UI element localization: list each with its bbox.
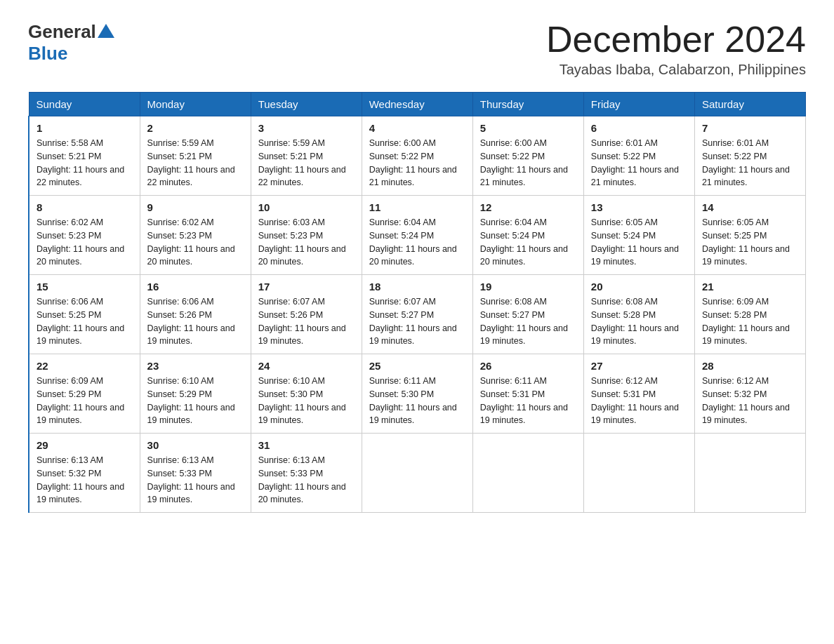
header-wednesday: Wednesday <box>362 93 472 116</box>
day-info: Sunrise: 6:07 AMSunset: 5:26 PMDaylight:… <box>258 295 355 348</box>
header-thursday: Thursday <box>472 93 583 116</box>
logo-blue-text: Blue <box>28 43 67 64</box>
calendar-cell: 6 Sunrise: 6:01 AMSunset: 5:22 PMDayligh… <box>583 116 694 196</box>
day-number: 28 <box>702 360 798 372</box>
calendar-cell: 29 Sunrise: 6:13 AMSunset: 5:32 PMDaylig… <box>29 434 140 513</box>
day-number: 30 <box>147 439 244 451</box>
calendar-cell: 20 Sunrise: 6:08 AMSunset: 5:28 PMDaylig… <box>583 275 694 354</box>
day-number: 23 <box>147 360 244 372</box>
calendar-cell: 3 Sunrise: 5:59 AMSunset: 5:21 PMDayligh… <box>251 116 362 196</box>
calendar-cell: 28 Sunrise: 6:12 AMSunset: 5:32 PMDaylig… <box>694 354 805 434</box>
day-info: Sunrise: 6:08 AMSunset: 5:27 PMDaylight:… <box>480 295 576 348</box>
day-number: 12 <box>480 201 576 213</box>
day-number: 25 <box>369 360 465 372</box>
calendar-cell: 18 Sunrise: 6:07 AMSunset: 5:27 PMDaylig… <box>362 275 472 354</box>
day-number: 1 <box>37 122 133 134</box>
day-number: 2 <box>147 122 244 134</box>
day-info: Sunrise: 6:02 AMSunset: 5:23 PMDaylight:… <box>147 216 244 269</box>
logo: General Blue <box>28 21 116 65</box>
day-number: 20 <box>591 281 687 293</box>
calendar-cell: 10 Sunrise: 6:03 AMSunset: 5:23 PMDaylig… <box>251 196 362 275</box>
calendar-cell: 12 Sunrise: 6:04 AMSunset: 5:24 PMDaylig… <box>472 196 583 275</box>
calendar-cell <box>583 434 694 513</box>
calendar-cell: 16 Sunrise: 6:06 AMSunset: 5:26 PMDaylig… <box>140 275 251 354</box>
calendar-cell: 2 Sunrise: 5:59 AMSunset: 5:21 PMDayligh… <box>140 116 251 196</box>
location-title: Tayabas Ibaba, Calabarzon, Philippines <box>546 62 806 78</box>
calendar-cell: 5 Sunrise: 6:00 AMSunset: 5:22 PMDayligh… <box>472 116 583 196</box>
calendar-cell: 22 Sunrise: 6:09 AMSunset: 5:29 PMDaylig… <box>29 354 140 434</box>
calendar-week-row: 22 Sunrise: 6:09 AMSunset: 5:29 PMDaylig… <box>29 354 806 434</box>
calendar-week-row: 15 Sunrise: 6:06 AMSunset: 5:25 PMDaylig… <box>29 275 806 354</box>
day-number: 22 <box>37 360 133 372</box>
day-info: Sunrise: 5:59 AMSunset: 5:21 PMDaylight:… <box>147 137 244 189</box>
page-header: General Blue December 2024 Tayabas Ibaba… <box>28 21 806 78</box>
header-tuesday: Tuesday <box>251 93 362 116</box>
day-info: Sunrise: 6:01 AMSunset: 5:22 PMDaylight:… <box>591 137 687 189</box>
day-info: Sunrise: 6:06 AMSunset: 5:26 PMDaylight:… <box>147 295 244 348</box>
calendar-cell <box>694 434 805 513</box>
calendar-cell: 11 Sunrise: 6:04 AMSunset: 5:24 PMDaylig… <box>362 196 472 275</box>
calendar-cell <box>472 434 583 513</box>
calendar-cell: 14 Sunrise: 6:05 AMSunset: 5:25 PMDaylig… <box>694 196 805 275</box>
day-number: 14 <box>702 201 798 213</box>
calendar-cell: 31 Sunrise: 6:13 AMSunset: 5:33 PMDaylig… <box>251 434 362 513</box>
calendar-cell: 8 Sunrise: 6:02 AMSunset: 5:23 PMDayligh… <box>29 196 140 275</box>
day-info: Sunrise: 6:04 AMSunset: 5:24 PMDaylight:… <box>369 216 465 269</box>
month-title: December 2024 <box>546 21 806 58</box>
calendar-cell: 24 Sunrise: 6:10 AMSunset: 5:30 PMDaylig… <box>251 354 362 434</box>
calendar-cell: 26 Sunrise: 6:11 AMSunset: 5:31 PMDaylig… <box>472 354 583 434</box>
day-number: 24 <box>258 360 355 372</box>
day-info: Sunrise: 6:01 AMSunset: 5:22 PMDaylight:… <box>702 137 798 189</box>
logo-general-text: General <box>28 21 96 43</box>
day-info: Sunrise: 6:10 AMSunset: 5:30 PMDaylight:… <box>258 375 355 427</box>
day-number: 3 <box>258 122 355 134</box>
day-number: 19 <box>480 281 576 293</box>
calendar-cell: 27 Sunrise: 6:12 AMSunset: 5:31 PMDaylig… <box>583 354 694 434</box>
calendar-cell: 7 Sunrise: 6:01 AMSunset: 5:22 PMDayligh… <box>694 116 805 196</box>
day-info: Sunrise: 6:12 AMSunset: 5:31 PMDaylight:… <box>591 375 687 427</box>
calendar-cell: 9 Sunrise: 6:02 AMSunset: 5:23 PMDayligh… <box>140 196 251 275</box>
day-info: Sunrise: 6:04 AMSunset: 5:24 PMDaylight:… <box>480 216 576 269</box>
day-info: Sunrise: 6:09 AMSunset: 5:29 PMDaylight:… <box>37 375 133 427</box>
calendar-header-row: SundayMondayTuesdayWednesdayThursdayFrid… <box>29 93 806 116</box>
day-number: 4 <box>369 122 465 134</box>
calendar-cell: 4 Sunrise: 6:00 AMSunset: 5:22 PMDayligh… <box>362 116 472 196</box>
calendar-cell: 13 Sunrise: 6:05 AMSunset: 5:24 PMDaylig… <box>583 196 694 275</box>
day-number: 27 <box>591 360 687 372</box>
day-info: Sunrise: 6:06 AMSunset: 5:25 PMDaylight:… <box>37 295 133 348</box>
day-number: 29 <box>37 439 133 451</box>
day-info: Sunrise: 6:10 AMSunset: 5:29 PMDaylight:… <box>147 375 244 427</box>
day-number: 21 <box>702 281 798 293</box>
day-number: 5 <box>480 122 576 134</box>
calendar-table: SundayMondayTuesdayWednesdayThursdayFrid… <box>28 92 806 513</box>
day-number: 6 <box>591 122 687 134</box>
calendar-week-row: 1 Sunrise: 5:58 AMSunset: 5:21 PMDayligh… <box>29 116 806 196</box>
logo-triangle-icon <box>98 24 114 38</box>
day-info: Sunrise: 6:13 AMSunset: 5:33 PMDaylight:… <box>258 454 355 507</box>
title-section: December 2024 Tayabas Ibaba, Calabarzon,… <box>546 21 806 78</box>
day-info: Sunrise: 5:58 AMSunset: 5:21 PMDaylight:… <box>37 137 133 189</box>
day-info: Sunrise: 6:00 AMSunset: 5:22 PMDaylight:… <box>480 137 576 189</box>
calendar-cell: 25 Sunrise: 6:11 AMSunset: 5:30 PMDaylig… <box>362 354 472 434</box>
day-info: Sunrise: 6:11 AMSunset: 5:31 PMDaylight:… <box>480 375 576 427</box>
calendar-cell: 21 Sunrise: 6:09 AMSunset: 5:28 PMDaylig… <box>694 275 805 354</box>
day-number: 26 <box>480 360 576 372</box>
day-number: 15 <box>37 281 133 293</box>
day-number: 18 <box>369 281 465 293</box>
header-saturday: Saturday <box>694 93 805 116</box>
day-number: 13 <box>591 201 687 213</box>
day-info: Sunrise: 6:00 AMSunset: 5:22 PMDaylight:… <box>369 137 465 189</box>
day-info: Sunrise: 6:13 AMSunset: 5:33 PMDaylight:… <box>147 454 244 507</box>
header-monday: Monday <box>140 93 251 116</box>
day-number: 9 <box>147 201 244 213</box>
day-number: 10 <box>258 201 355 213</box>
day-number: 11 <box>369 201 465 213</box>
day-info: Sunrise: 6:13 AMSunset: 5:32 PMDaylight:… <box>37 454 133 507</box>
calendar-cell: 19 Sunrise: 6:08 AMSunset: 5:27 PMDaylig… <box>472 275 583 354</box>
day-info: Sunrise: 6:05 AMSunset: 5:24 PMDaylight:… <box>591 216 687 269</box>
header-friday: Friday <box>583 93 694 116</box>
day-number: 7 <box>702 122 798 134</box>
calendar-cell: 17 Sunrise: 6:07 AMSunset: 5:26 PMDaylig… <box>251 275 362 354</box>
day-number: 31 <box>258 439 355 451</box>
day-number: 8 <box>37 201 133 213</box>
